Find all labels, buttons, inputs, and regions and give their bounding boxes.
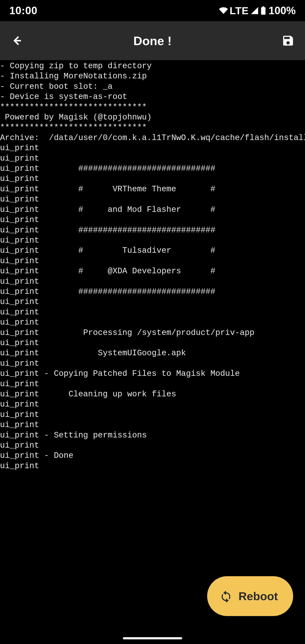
wifi-icon bbox=[219, 6, 228, 15]
svg-rect-0 bbox=[261, 7, 266, 14]
battery-percent: 100% bbox=[268, 4, 296, 17]
back-button[interactable] bbox=[9, 33, 24, 48]
status-icons: LTE bbox=[219, 5, 266, 16]
save-icon bbox=[282, 34, 294, 47]
app-title: Done ! bbox=[24, 34, 280, 48]
reboot-label: Reboot bbox=[238, 590, 278, 603]
svg-rect-1 bbox=[262, 6, 264, 8]
status-time: 10:00 bbox=[9, 4, 38, 17]
lte-label: LTE bbox=[230, 5, 249, 16]
back-arrow-icon bbox=[11, 35, 23, 46]
battery-icon bbox=[260, 6, 266, 15]
status-bar: 10:00 LTE 100% bbox=[0, 0, 305, 21]
reboot-button[interactable]: Reboot bbox=[207, 576, 293, 616]
reboot-icon bbox=[220, 590, 232, 603]
save-button[interactable] bbox=[280, 33, 296, 48]
flash-log[interactable]: - Copying zip to temp directory - Instal… bbox=[0, 60, 305, 471]
app-bar: Done ! bbox=[0, 21, 305, 60]
nav-gesture-pill[interactable] bbox=[123, 637, 182, 639]
status-right: LTE 100% bbox=[219, 4, 296, 17]
signal-icon bbox=[250, 6, 259, 15]
